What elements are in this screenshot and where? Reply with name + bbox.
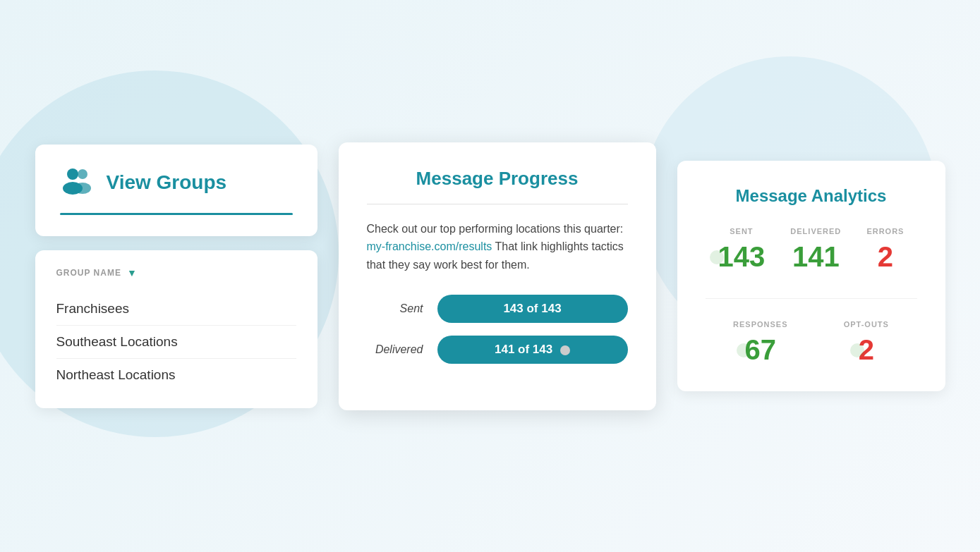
analytics-card: Message Analytics SENT 143 DELIVERED 141… [677,161,945,391]
card-divider [367,204,628,204]
sent-progress-row: Sent 143 of 143 [367,295,628,323]
group-header: GROUP NAME ▼ [56,267,296,278]
sent-metric-label: SENT [718,227,766,235]
delivered-metric-label: DELIVERED [790,227,841,235]
sent-metric-value: 143 [718,241,766,273]
analytics-row-2: RESPONSES 67 OPT-OUTS 2 [706,320,917,366]
delivered-progress-bar: 141 of 143 [437,336,628,364]
message-progress-card: Message Progress Check out our top perfo… [339,142,656,410]
delivered-bar-container: 141 of 143 [437,336,628,364]
view-groups-card[interactable]: View Groups [35,145,317,236]
franchise-link[interactable]: my-franchise.com/results [367,240,492,252]
sort-dropdown-icon[interactable]: ▼ [127,267,137,278]
analytics-sent: SENT 143 [718,227,766,273]
opt-outs-metric-value: 2 [859,334,874,366]
opt-outs-metric-label: OPT-OUTS [844,320,889,329]
analytics-divider [706,298,917,299]
sent-label: Sent [367,302,423,315]
list-item[interactable]: Southeast Locations [56,326,296,359]
message-progress-body: Check out our top performing locations t… [367,220,628,274]
analytics-responses: RESPONSES 67 [733,320,787,366]
svg-point-3 [74,183,91,194]
analytics-errors: ERRORS 2 [866,227,904,273]
delivered-progress-row: Delivered 141 of 143 [367,336,628,364]
analytics-row-1: SENT 143 DELIVERED 141 ERRORS 2 [706,227,917,273]
delivered-label: Delivered [367,343,423,356]
errors-metric-label: ERRORS [866,227,904,235]
view-groups-underline [60,213,293,215]
analytics-title: Message Analytics [706,186,917,206]
left-column: View Groups GROUP NAME ▼ Franchisees Sou… [35,145,317,408]
sent-bar-container: 143 of 143 [437,295,628,323]
analytics-delivered: DELIVERED 141 [790,227,841,273]
progress-tail-dot [560,345,570,355]
message-progress-title: Message Progress [367,168,628,190]
delivered-metric-value: 141 [790,241,841,273]
errors-metric-value: 2 [866,241,904,273]
group-name-column-header: GROUP NAME [56,268,121,278]
list-item[interactable]: Franchisees [56,293,296,326]
responses-metric-value: 67 [745,334,777,366]
svg-point-0 [67,168,78,180]
groups-icon [60,166,95,200]
analytics-opt-outs: OPT-OUTS 2 [844,320,889,366]
responses-metric-label: RESPONSES [733,320,787,329]
groups-list-card: GROUP NAME ▼ Franchisees Southeast Locat… [35,250,317,408]
sent-progress-bar: 143 of 143 [437,295,628,323]
view-groups-label: View Groups [107,171,227,194]
list-item[interactable]: Northeast Locations [56,359,296,391]
body-text-1: Check out our top performing locations t… [367,223,624,235]
svg-point-1 [78,169,87,179]
